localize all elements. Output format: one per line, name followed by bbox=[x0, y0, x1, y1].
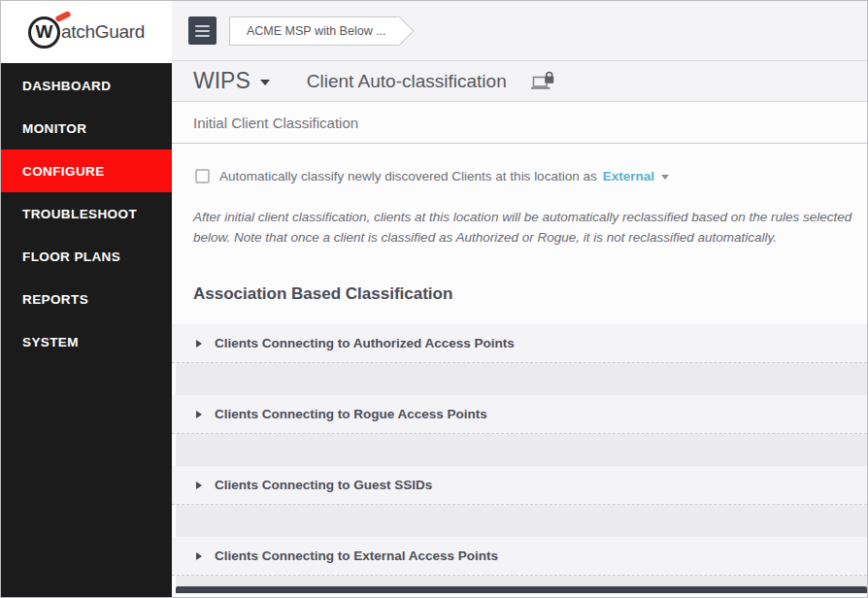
association-heading: Association Based Classification bbox=[193, 284, 867, 304]
watchguard-logo-lockup: W atchGuard bbox=[28, 17, 145, 49]
section-gap bbox=[176, 434, 867, 466]
chevron-down-icon bbox=[661, 175, 669, 180]
sidebar-item-label: FLOOR PLANS bbox=[22, 249, 120, 264]
topbar: ACME MSP with Below ... bbox=[172, 1, 867, 61]
section-guest-ssids: Clients Connecting to Guest SSIDs bbox=[172, 466, 867, 537]
sidebar-item-label: DASHBOARD bbox=[22, 79, 111, 93]
sidebar-item-floor-plans[interactable]: FLOOR PLANS bbox=[1, 235, 172, 278]
section-gap bbox=[176, 505, 867, 537]
section-header-external-aps[interactable]: Clients Connecting to External Access Po… bbox=[172, 537, 867, 576]
classification-dropdown-value: External bbox=[603, 169, 654, 183]
app-window: W atchGuard DASHBOARD MONITOR CONFIGURE … bbox=[0, 0, 868, 598]
section-rogue-aps: Clients Connecting to Rogue Access Point… bbox=[172, 395, 867, 466]
client-lock-icon[interactable] bbox=[530, 71, 555, 91]
section-header-rogue-aps[interactable]: Clients Connecting to Rogue Access Point… bbox=[172, 395, 867, 434]
section-header-authorized-aps[interactable]: Clients Connecting to Authorized Access … bbox=[172, 324, 867, 363]
section-title: Clients Connecting to External Access Po… bbox=[215, 548, 498, 563]
section-gap bbox=[176, 576, 867, 586]
section-title: Clients Connecting to Guest SSIDs bbox=[215, 478, 432, 492]
sidebar-item-reports[interactable]: REPORTS bbox=[1, 278, 172, 320]
sidebar-item-dashboard[interactable]: DASHBOARD bbox=[1, 64, 172, 107]
sidebar-item-label: CONFIGURE bbox=[22, 164, 105, 179]
main-panel: ACME MSP with Below ... WIPS Client Auto… bbox=[172, 1, 867, 597]
sidebar-item-monitor[interactable]: MONITOR bbox=[1, 107, 172, 150]
sidebar-item-configure[interactable]: CONFIGURE bbox=[1, 150, 172, 192]
section-gap bbox=[176, 363, 867, 395]
auto-classify-label: Automatically classify newly discovered … bbox=[219, 169, 597, 183]
logo-swoosh-icon bbox=[54, 10, 71, 21]
menu-icon[interactable] bbox=[188, 17, 217, 45]
sidebar-item-label: TROUBLESHOOT bbox=[22, 207, 137, 221]
auto-classify-row: Automatically classify newly discovered … bbox=[195, 168, 867, 183]
sidebar-item-system[interactable]: SYSTEM bbox=[1, 320, 172, 363]
page-title: Client Auto-classification bbox=[307, 71, 507, 92]
sidebar-item-label: MONITOR bbox=[22, 121, 86, 136]
logo-w-circle: W bbox=[28, 17, 60, 49]
footer-bar bbox=[176, 586, 867, 593]
section-title: Clients Connecting to Authorized Access … bbox=[215, 336, 515, 350]
initial-classification-header: Initial Client Classification bbox=[172, 102, 867, 144]
section-title: Clients Connecting to Rogue Access Point… bbox=[215, 407, 487, 421]
sidebar-item-troubleshoot[interactable]: TROUBLESHOOT bbox=[1, 192, 172, 235]
watchguard-logo: W atchGuard bbox=[1, 1, 172, 63]
classification-dropdown[interactable]: External bbox=[603, 169, 669, 183]
chevron-right-icon bbox=[196, 482, 202, 489]
page-title-row: WIPS Client Auto-classification bbox=[172, 61, 867, 102]
sidebar-nav: DASHBOARD MONITOR CONFIGURE TROUBLESHOOT… bbox=[1, 63, 172, 363]
sidebar: W atchGuard DASHBOARD MONITOR CONFIGURE … bbox=[1, 1, 172, 597]
sidebar-item-label: SYSTEM bbox=[22, 335, 79, 349]
chevron-right-icon bbox=[196, 411, 202, 418]
section-authorized-aps: Clients Connecting to Authorized Access … bbox=[172, 324, 867, 395]
sidebar-item-label: REPORTS bbox=[22, 292, 88, 307]
reclassification-note: After initial client classification, cli… bbox=[193, 207, 868, 248]
classification-sections: Clients Connecting to Authorized Access … bbox=[172, 324, 867, 586]
auto-classify-checkbox[interactable] bbox=[195, 169, 210, 183]
breadcrumb-label: ACME MSP with Below ... bbox=[247, 24, 386, 38]
section-external-aps: Clients Connecting to External Access Po… bbox=[172, 537, 867, 586]
initial-classification-label: Initial Client Classification bbox=[193, 115, 358, 131]
section-header-guest-ssids[interactable]: Clients Connecting to Guest SSIDs bbox=[172, 466, 867, 505]
chevron-down-icon bbox=[260, 80, 270, 85]
chevron-right-icon bbox=[196, 552, 202, 560]
logo-text: atchGuard bbox=[61, 21, 145, 43]
wips-menu-label: WIPS bbox=[193, 68, 250, 94]
chevron-right-icon bbox=[196, 340, 202, 348]
breadcrumb[interactable]: ACME MSP with Below ... bbox=[229, 17, 400, 46]
page-body: Automatically classify newly discovered … bbox=[172, 144, 867, 597]
wips-menu[interactable]: WIPS bbox=[193, 68, 270, 94]
